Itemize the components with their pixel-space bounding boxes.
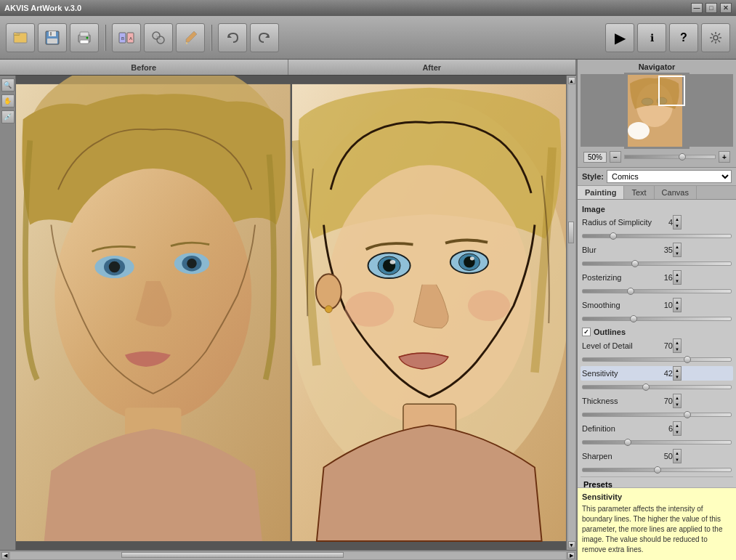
stepper-up-radius[interactable]: ▲ <box>674 216 681 222</box>
stepper-up-blur[interactable]: ▲ <box>674 243 681 250</box>
slider-thickness[interactable] <box>582 413 732 417</box>
stepper-up-thickness[interactable]: ▲ <box>674 394 681 401</box>
svg-rect-4 <box>49 31 56 36</box>
stepper-down-posterizing[interactable]: ▼ <box>674 277 681 284</box>
stepper-down-thickness[interactable]: ▼ <box>674 401 681 407</box>
slider-definition[interactable] <box>582 440 732 445</box>
info-text: This parameter affects the intensity of … <box>582 504 732 555</box>
horizontal-scrollbar[interactable]: ◀ ▶ <box>0 550 576 560</box>
param-stepper-thickness[interactable]: ▲ ▼ <box>673 394 682 408</box>
slider-smoothing[interactable] <box>582 317 732 321</box>
stepper-up-sharpen[interactable]: ▲ <box>674 450 681 456</box>
separator-2 <box>211 25 212 51</box>
stepper-down-radius[interactable]: ▼ <box>674 222 681 229</box>
param-row-thickness: Thickness 70 ▲ ▼ <box>581 394 733 408</box>
open-file-button[interactable] <box>6 23 35 52</box>
redo-button[interactable] <box>250 23 279 52</box>
param-stepper-blur[interactable]: ▲ ▼ <box>673 243 682 257</box>
stepper-up-definition[interactable]: ▲ <box>674 422 681 429</box>
param-label-sensitivity: Sensitivity <box>582 369 655 378</box>
svg-point-10 <box>86 36 89 38</box>
slider-radius[interactable] <box>582 234 732 238</box>
param-value-lod: 70 <box>655 341 673 350</box>
separator-1 <box>105 25 106 51</box>
param-value-sensitivity: 42 <box>655 369 673 378</box>
param-stepper-radius[interactable]: ▲ ▼ <box>673 215 682 230</box>
zoom-increase-button[interactable]: + <box>719 151 730 163</box>
tab-canvas[interactable]: Canvas <box>655 186 697 199</box>
param-stepper-definition[interactable]: ▲ ▼ <box>673 421 682 436</box>
minimize-button[interactable]: — <box>691 3 703 13</box>
hand-tool[interactable]: ✋ <box>1 94 15 107</box>
outlines-checkbox[interactable]: ✓ <box>582 328 591 336</box>
print-button[interactable] <box>70 23 99 52</box>
param-stepper-lod[interactable]: ▲ ▼ <box>673 338 682 353</box>
param-value-definition: 6 <box>655 424 673 433</box>
stepper-down-lod[interactable]: ▼ <box>674 346 681 352</box>
tab-painting[interactable]: Painting <box>578 186 624 199</box>
param-stepper-smoothing[interactable]: ▲ ▼ <box>673 298 682 312</box>
save-button[interactable] <box>38 23 67 52</box>
param-label-sharpen: Sharpen <box>582 452 655 460</box>
image-container[interactable] <box>16 76 566 550</box>
slider-posterizing[interactable] <box>582 289 732 293</box>
thumb-sharpen[interactable] <box>654 466 661 474</box>
close-button[interactable]: ✕ <box>720 3 732 13</box>
param-label-radius: Radius of Simplicity <box>582 218 655 227</box>
undo-button[interactable] <box>218 23 247 52</box>
brush-tool-button[interactable] <box>176 23 205 52</box>
slider-blur[interactable] <box>582 261 732 266</box>
zoom-decrease-button[interactable]: − <box>610 151 621 163</box>
param-stepper-sharpen[interactable]: ▲ ▼ <box>673 449 682 463</box>
thumb-lod[interactable] <box>684 356 691 363</box>
param-value-smoothing: 10 <box>655 301 673 309</box>
eyedropper-tool[interactable]: 💉 <box>1 110 15 123</box>
presets-label: Presets <box>583 480 730 487</box>
param-stepper-sensitivity[interactable]: ▲ ▼ <box>673 366 682 381</box>
stepper-down-sensitivity[interactable]: ▼ <box>674 373 681 380</box>
help-button[interactable]: ? <box>669 23 698 52</box>
tab-text[interactable]: Text <box>624 186 654 199</box>
stepper-down-smoothing[interactable]: ▼ <box>674 305 681 312</box>
left-tools: 🔍 ✋ 💉 <box>0 76 16 550</box>
stepper-up-posterizing[interactable]: ▲ <box>674 271 681 277</box>
thumb-smoothing[interactable] <box>630 315 637 322</box>
slider-lod[interactable] <box>582 357 732 362</box>
zoom-slider[interactable] <box>624 155 716 159</box>
thumb-thickness[interactable] <box>684 411 691 418</box>
param-row-radius: Radius of Simplicity 4 ▲ ▼ <box>581 215 733 230</box>
settings-button[interactable] <box>701 23 730 52</box>
vertical-scrollbar[interactable]: ▲ ▼ <box>566 76 576 550</box>
thumb-sensitivity[interactable] <box>642 384 650 391</box>
thumb-radius[interactable] <box>610 232 617 240</box>
slider-sharpen[interactable] <box>582 468 732 472</box>
style-select[interactable]: Comics Watercolor Oil Paint Pencil Sketc… <box>607 170 732 183</box>
thumb-blur[interactable] <box>631 260 639 267</box>
titlebar-controls[interactable]: — □ ✕ <box>691 3 732 13</box>
info-button[interactable]: ℹ <box>637 23 666 52</box>
stepper-up-smoothing[interactable]: ▲ <box>674 299 681 305</box>
stepper-down-sharpen[interactable]: ▼ <box>674 456 681 463</box>
thumb-definition[interactable] <box>624 439 631 446</box>
zoom-value-display: 50% <box>583 152 607 163</box>
param-stepper-posterizing[interactable]: ▲ ▼ <box>673 270 682 285</box>
thumb-posterizing[interactable] <box>627 288 634 295</box>
stepper-down-blur[interactable]: ▼ <box>674 250 681 256</box>
toolbar-right: ▶ ℹ ? <box>605 23 730 52</box>
stepper-down-definition[interactable]: ▼ <box>674 429 681 435</box>
zoom-in-tool[interactable]: 🔍 <box>1 78 15 92</box>
stepper-up-lod[interactable]: ▲ <box>674 339 681 346</box>
navigator-preview <box>581 74 733 147</box>
slider-sensitivity[interactable] <box>582 385 732 389</box>
before-after-button[interactable]: BA <box>112 23 141 52</box>
style-selector-row: Style: Comics Watercolor Oil Paint Penci… <box>578 168 736 186</box>
zoom-slider-thumb[interactable] <box>679 153 686 161</box>
slider-row-smoothing <box>581 317 733 325</box>
slider-row-thickness <box>581 413 733 421</box>
run-button[interactable]: ▶ <box>605 23 634 52</box>
maximize-button[interactable]: □ <box>705 3 717 13</box>
clone-tool-button[interactable] <box>144 23 173 52</box>
toolbar: BA ▶ ℹ ? <box>0 16 736 60</box>
stepper-up-sensitivity[interactable]: ▲ <box>674 367 681 373</box>
split-image-view <box>16 76 566 550</box>
